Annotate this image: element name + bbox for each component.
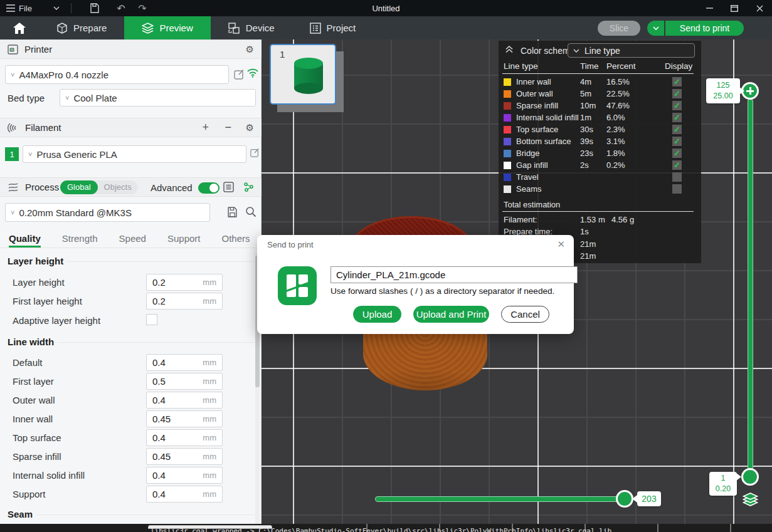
- scope-global-button[interactable]: Global: [60, 180, 98, 194]
- legend-row: Outer wall 5m 22.5% ✓: [499, 88, 701, 100]
- filament-preset-dropdown[interactable]: ˅ Prusa Generic PLA: [23, 145, 246, 163]
- internal-solid-infill-line-width-input[interactable]: 0.4mm: [146, 467, 223, 484]
- display-checkbox[interactable]: ✓: [672, 113, 682, 122]
- default-line-width-input[interactable]: 0.4mm: [146, 354, 223, 371]
- bed-type-label: Bed type: [8, 93, 45, 103]
- bed-type-value: Cool Plate: [73, 93, 117, 103]
- dialog-close-icon[interactable]: ✕: [557, 239, 565, 250]
- process-layers-icon: [8, 182, 19, 192]
- move-slider-track[interactable]: [375, 496, 626, 502]
- move-slider-tooltip: 203: [637, 491, 661, 506]
- tab-quality[interactable]: Quality: [9, 229, 41, 248]
- layer-range-slider-track[interactable]: [748, 99, 753, 470]
- display-checkbox[interactable]: ✓: [672, 137, 682, 146]
- close-button[interactable]: [747, 0, 772, 16]
- tab-others[interactable]: Others: [222, 229, 250, 248]
- scope-objects-button[interactable]: Objects: [98, 182, 138, 192]
- adaptive-layer-height-checkbox[interactable]: [146, 314, 157, 325]
- edit-filament-icon[interactable]: [250, 148, 260, 157]
- tab-prepare[interactable]: Prepare: [39, 16, 124, 39]
- outer-wall-line-width-input[interactable]: 0.4mm: [146, 392, 223, 409]
- maximize-button[interactable]: [722, 0, 747, 16]
- save-preset-icon[interactable]: [227, 207, 238, 217]
- line-width-group-title: Line width: [8, 336, 54, 347]
- tab-preview[interactable]: Preview: [124, 16, 210, 39]
- tab-preview-label: Preview: [159, 23, 193, 33]
- display-checkbox[interactable]: ✓: [672, 160, 682, 170]
- remove-filament-button[interactable]: −: [225, 121, 231, 134]
- tab-support[interactable]: Support: [167, 229, 201, 248]
- add-filament-button[interactable]: +: [202, 121, 209, 134]
- layer-slider-bottom-handle[interactable]: [741, 468, 759, 486]
- tab-project[interactable]: Project: [292, 16, 374, 39]
- display-checkbox[interactable]: [672, 172, 682, 182]
- color-swatch: [504, 174, 511, 181]
- collapse-panel-icon[interactable]: [505, 46, 514, 53]
- legend-row: Inner wall 4m 16.5% ✓: [499, 76, 701, 88]
- tab-strength[interactable]: Strength: [62, 229, 98, 248]
- process-list-icon[interactable]: [223, 182, 234, 192]
- file-menu[interactable]: File: [0, 0, 37, 16]
- move-slider-handle[interactable]: [616, 490, 633, 508]
- display-checkbox[interactable]: ✓: [672, 77, 682, 86]
- first-layer-line-width-label: First layer: [13, 376, 54, 387]
- filament-slot-badge[interactable]: 1: [5, 147, 19, 161]
- inner-wall-line-width-input[interactable]: 0.45mm: [146, 410, 223, 427]
- printer-settings-gear-icon[interactable]: ⚙: [246, 44, 254, 55]
- upload-and-print-button[interactable]: Upload and Print: [413, 306, 489, 323]
- chevron-down-icon: ˅: [11, 71, 14, 78]
- display-checkbox[interactable]: ✓: [672, 125, 682, 134]
- plate-thumbnail[interactable]: 1: [270, 44, 336, 105]
- display-checkbox[interactable]: [672, 184, 682, 194]
- color-swatch: [504, 90, 511, 98]
- minimize-button[interactable]: [697, 0, 722, 16]
- view-type-dropdown[interactable]: Line type: [568, 43, 695, 58]
- outer-wall-line-width-label: Outer wall: [13, 395, 55, 405]
- display-checkbox[interactable]: ✓: [672, 101, 682, 110]
- top-surface-line-width-label: Top surface: [13, 432, 61, 443]
- filament-settings-gear-icon[interactable]: ⚙: [246, 122, 254, 133]
- edit-printer-icon[interactable]: [234, 69, 245, 80]
- first-layer-line-width-input[interactable]: 0.5mm: [146, 373, 223, 390]
- support-line-width-input[interactable]: 0.4mm: [146, 486, 223, 503]
- search-icon[interactable]: [245, 206, 256, 217]
- sparse-infill-line-width-input[interactable]: 0.45mm: [146, 448, 223, 465]
- top-surface-line-width-input[interactable]: 0.4mm: [146, 429, 223, 446]
- tab-device[interactable]: Device: [211, 16, 292, 39]
- redo-icon[interactable]: ↷: [134, 0, 151, 16]
- send-to-print-button[interactable]: Send to print: [665, 21, 744, 36]
- advanced-toggle[interactable]: [198, 182, 219, 194]
- cancel-button[interactable]: Cancel: [501, 306, 549, 323]
- undo-icon[interactable]: ↶: [113, 0, 129, 16]
- file-menu-chevron-icon[interactable]: [48, 0, 65, 16]
- send-options-chevron-icon[interactable]: [647, 21, 664, 36]
- bed-type-dropdown[interactable]: ˅ Cool Plate: [60, 89, 256, 107]
- file-menu-label: File: [19, 4, 32, 13]
- upload-button[interactable]: Upload: [353, 306, 401, 323]
- dialog-title: Send to print: [267, 240, 314, 249]
- filament-estimate-label: Filament:: [504, 215, 537, 224]
- layer-height-input[interactable]: 0.2 mm: [146, 274, 223, 291]
- display-checkbox[interactable]: ✓: [672, 89, 682, 98]
- toggle-knob: [209, 184, 218, 192]
- tab-speed[interactable]: Speed: [119, 229, 146, 248]
- slice-button[interactable]: Slice: [598, 21, 640, 36]
- adaptive-layer-height-label: Adaptive layer height: [13, 315, 100, 326]
- tab-device-label: Device: [246, 23, 275, 33]
- plate-boundary-line: [262, 466, 772, 467]
- total-estimation-label: Total estimation: [504, 200, 560, 209]
- first-layer-height-input[interactable]: 0.2 mm: [146, 293, 223, 310]
- model-cylinder-body[interactable]: [363, 333, 487, 390]
- display-checkbox[interactable]: ✓: [672, 149, 682, 158]
- wifi-connection-icon[interactable]: [247, 68, 258, 78]
- hamburger-icon: [6, 0, 15, 16]
- color-swatch: [504, 162, 511, 169]
- process-preset-dropdown[interactable]: ˅ 0.20mm Standard @MK3S: [5, 203, 210, 222]
- layers-stack-icon[interactable]: [741, 492, 760, 511]
- printer-preset-dropdown[interactable]: ˅ A4MaxPro 0.4 nozzle: [5, 65, 229, 84]
- compare-presets-icon[interactable]: [243, 182, 254, 192]
- top-layer-tooltip: 125 25.00: [706, 78, 740, 103]
- tab-home[interactable]: [0, 16, 39, 39]
- upload-filename-input[interactable]: Cylinder_PLA_21m.gcode: [330, 266, 578, 283]
- save-icon[interactable]: [87, 0, 103, 16]
